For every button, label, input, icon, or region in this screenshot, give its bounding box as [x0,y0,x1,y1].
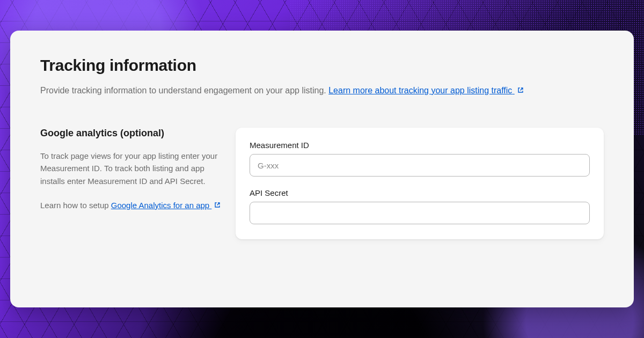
subtitle-text: Provide tracking information to understa… [40,86,328,95]
page-subtitle: Provide tracking information to understa… [40,84,604,98]
settings-card: Tracking information Provide tracking in… [10,31,634,307]
learn-more-link[interactable]: Learn more about tracking your app listi… [328,86,524,95]
ga-setup-link-text: Google Analytics for an app [111,201,209,210]
section-description: To track page views for your app listing… [40,150,223,187]
learn-more-link-text: Learn more about tracking your app listi… [328,86,512,95]
section-help: Learn how to setup Google Analytics for … [40,199,223,212]
measurement-id-field: Measurement ID [250,141,590,177]
section-info-column: Google analytics (optional) To track pag… [40,128,223,212]
form-card: Measurement ID API Secret [236,128,604,239]
api-secret-label: API Secret [250,188,590,197]
page-title: Tracking information [40,56,604,75]
measurement-id-input[interactable] [250,154,590,177]
api-secret-input[interactable] [250,202,590,224]
external-link-icon [214,200,221,212]
external-link-icon [517,85,524,98]
ga-setup-link[interactable]: Google Analytics for an app [111,201,222,210]
measurement-id-label: Measurement ID [250,141,590,150]
api-secret-field: API Secret [250,188,590,224]
section-title: Google analytics (optional) [40,128,223,139]
help-prefix: Learn how to setup [40,201,111,210]
content-row: Google analytics (optional) To track pag… [40,128,604,239]
